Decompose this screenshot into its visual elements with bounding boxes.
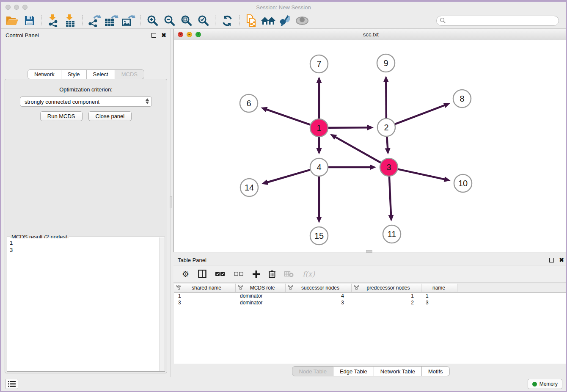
criterion-select[interactable]: strongly connected component xyxy=(20,97,152,107)
horizontal-splitter-grip[interactable] xyxy=(366,250,372,253)
tab-select[interactable]: Select xyxy=(87,69,115,79)
vertical-splitter-grip[interactable] xyxy=(170,196,172,208)
zoom-selected-icon[interactable] xyxy=(195,14,212,28)
search-input[interactable] xyxy=(436,16,559,26)
gear-icon[interactable]: ⚙ xyxy=(182,269,189,279)
tab-network[interactable]: Network xyxy=(28,69,61,79)
column-header-successor-nodes[interactable]: successor nodes xyxy=(286,284,352,292)
node-label-15: 15 xyxy=(314,231,324,240)
zoom-in-icon[interactable] xyxy=(144,14,161,28)
titlebar: Session: New Session xyxy=(1,2,566,13)
refresh-icon[interactable] xyxy=(219,14,236,28)
graph-edge-3-10[interactable] xyxy=(398,169,445,179)
graph-edge-2-9[interactable] xyxy=(386,81,386,118)
home-icon[interactable] xyxy=(260,14,277,28)
close-panel-button[interactable]: Close panel xyxy=(88,111,132,121)
function-builder-icon[interactable]: f(x) xyxy=(303,270,315,278)
node-label-4: 4 xyxy=(317,163,321,172)
cell-successor-nodes[interactable]: 4 xyxy=(286,293,352,299)
node-label-6: 6 xyxy=(246,99,251,108)
table-row[interactable]: 1dominator411 xyxy=(174,293,567,299)
hierarchy-icon xyxy=(354,285,359,291)
network-maximize-icon[interactable]: + xyxy=(195,32,201,37)
graph-edge-2-3[interactable] xyxy=(387,137,388,149)
run-mcds-button[interactable]: Run MCDS xyxy=(40,111,83,121)
memory-button[interactable]: Memory xyxy=(528,379,562,389)
copy-network-icon[interactable] xyxy=(243,14,260,28)
toolbar-separator xyxy=(41,15,41,26)
cell-name[interactable]: 1 xyxy=(421,293,457,299)
delete-row-icon[interactable] xyxy=(269,270,275,278)
cell-successor-nodes[interactable]: 3 xyxy=(286,299,352,306)
toolbar-separator xyxy=(140,15,140,26)
node-label-3: 3 xyxy=(386,163,391,172)
graph-edge-1-2[interactable] xyxy=(328,127,368,128)
mcds-tab-content: Optimization criterion: strongly connect… xyxy=(5,79,167,373)
task-history-button[interactable] xyxy=(6,379,18,389)
table-panel-header: Table Panel ✖ xyxy=(173,254,567,266)
tab-network-table[interactable]: Network Table xyxy=(374,366,422,376)
export-network-icon[interactable] xyxy=(86,14,103,28)
node-label-11: 11 xyxy=(388,229,396,239)
network-canvas[interactable]: 1234678910111415 xyxy=(174,40,567,252)
node-label-14: 14 xyxy=(245,183,254,192)
import-network-icon[interactable] xyxy=(45,14,62,28)
import-table-icon[interactable] xyxy=(62,14,79,28)
column-header-shared-name[interactable]: shared name xyxy=(174,284,236,292)
close-panel-icon[interactable]: ✖ xyxy=(161,32,166,38)
graph-edge-1-6[interactable] xyxy=(266,109,311,125)
zoom-out-icon[interactable] xyxy=(161,14,178,28)
select-stepper-icon xyxy=(146,98,149,104)
window-title: Session: New Session xyxy=(1,4,566,11)
add-row-icon[interactable] xyxy=(253,271,260,278)
edge-arrowhead xyxy=(383,76,389,82)
edge-arrowhead xyxy=(317,217,322,223)
control-panel-header: Control Panel ✖ xyxy=(1,29,171,41)
search-icon xyxy=(440,17,446,25)
hierarchy-icon xyxy=(288,285,293,291)
tab-edge-table[interactable]: Edge Table xyxy=(333,366,374,376)
network-minimize-icon[interactable]: – xyxy=(187,32,192,37)
cell-MCDS-role[interactable]: dominator xyxy=(236,299,286,306)
toolbar-separator xyxy=(239,15,239,26)
export-table-icon[interactable] xyxy=(103,14,120,28)
hide-eye-icon[interactable] xyxy=(277,14,294,28)
zoom-fit-icon[interactable] xyxy=(178,14,195,28)
export-image-icon[interactable] xyxy=(120,14,137,28)
close-table-panel-icon[interactable]: ✖ xyxy=(559,257,564,263)
network-close-icon[interactable]: ✕ xyxy=(178,32,183,37)
show-eye-icon[interactable] xyxy=(294,14,311,28)
graph-edge-2-8[interactable] xyxy=(395,105,445,124)
delete-table-icon[interactable] xyxy=(284,271,294,277)
save-session-icon[interactable] xyxy=(21,14,38,28)
mcds-result-text[interactable]: 1 3 xyxy=(8,238,159,371)
cell-MCDS-role[interactable]: dominator xyxy=(236,293,286,299)
graph-edge-4-14[interactable] xyxy=(267,170,310,182)
deselect-all-checkboxes-icon[interactable] xyxy=(234,271,244,276)
columns-icon[interactable] xyxy=(198,270,206,278)
column-header-name[interactable]: name xyxy=(421,284,457,292)
tab-motifs[interactable]: Motifs xyxy=(422,366,450,376)
tab-mcds[interactable]: MCDS xyxy=(115,69,144,79)
cell-name[interactable]: 3 xyxy=(421,299,457,306)
tab-style[interactable]: Style xyxy=(61,69,87,79)
select-all-checkboxes-icon[interactable] xyxy=(215,271,225,276)
node-label-10: 10 xyxy=(458,179,468,188)
result-scrollbar[interactable] xyxy=(159,237,164,371)
column-header-MCDS-role[interactable]: MCDS role xyxy=(236,284,286,292)
cell-shared-name[interactable]: 1 xyxy=(174,293,236,299)
cell-predecessor-nodes[interactable]: 2 xyxy=(352,299,421,306)
graph-edge-3-1[interactable] xyxy=(335,137,380,163)
tab-node-table[interactable]: Node Table xyxy=(292,366,333,376)
float-table-panel-icon[interactable] xyxy=(549,258,554,262)
graph-edge-3-11[interactable] xyxy=(389,177,391,216)
open-folder-icon[interactable] xyxy=(4,14,21,28)
float-panel-icon[interactable] xyxy=(151,33,156,38)
node-label-1: 1 xyxy=(317,123,321,133)
column-header-predecessor-nodes[interactable]: predecessor nodes xyxy=(352,284,421,292)
network-window-titlebar: scc.txt ✕ – + xyxy=(174,29,567,40)
cell-shared-name[interactable]: 3 xyxy=(174,299,236,306)
control-panel: Control Panel ✖ NetworkStyleSelectMCDS O… xyxy=(1,29,171,378)
cell-predecessor-nodes[interactable]: 1 xyxy=(352,293,421,299)
table-row[interactable]: 3dominator323 xyxy=(174,299,567,306)
